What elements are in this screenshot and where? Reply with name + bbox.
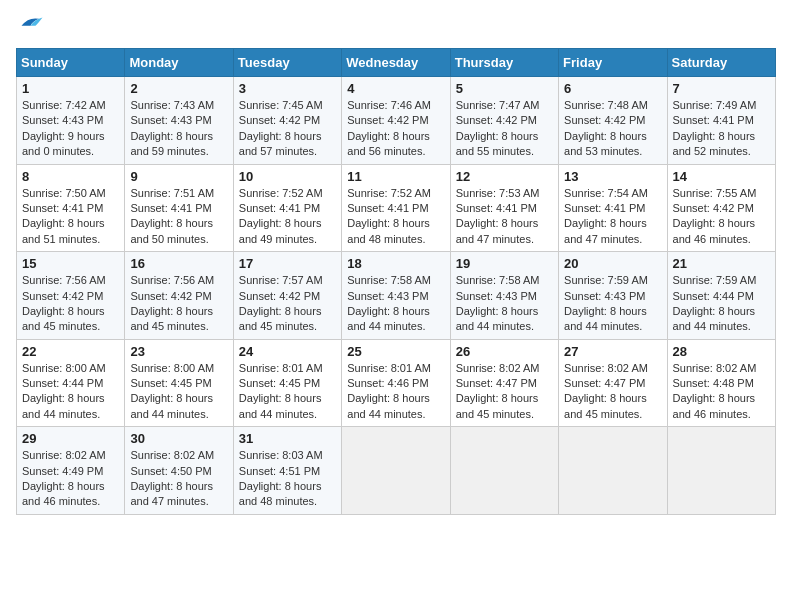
day-number: 20 xyxy=(564,256,661,271)
calendar-cell: 5Sunrise: 7:47 AMSunset: 4:42 PMDaylight… xyxy=(450,77,558,165)
day-number: 14 xyxy=(673,169,770,184)
calendar-cell: 20Sunrise: 7:59 AMSunset: 4:43 PMDayligh… xyxy=(559,252,667,340)
day-number: 25 xyxy=(347,344,444,359)
cell-info: Sunrise: 7:46 AMSunset: 4:42 PMDaylight:… xyxy=(347,98,444,160)
calendar-cell: 12Sunrise: 7:53 AMSunset: 4:41 PMDayligh… xyxy=(450,164,558,252)
day-number: 1 xyxy=(22,81,119,96)
calendar-cell xyxy=(559,427,667,515)
day-number: 9 xyxy=(130,169,227,184)
weekday-header: Sunday xyxy=(17,49,125,77)
day-number: 18 xyxy=(347,256,444,271)
calendar-cell: 1Sunrise: 7:42 AMSunset: 4:43 PMDaylight… xyxy=(17,77,125,165)
calendar-cell: 21Sunrise: 7:59 AMSunset: 4:44 PMDayligh… xyxy=(667,252,775,340)
calendar-cell: 26Sunrise: 8:02 AMSunset: 4:47 PMDayligh… xyxy=(450,339,558,427)
calendar-cell: 3Sunrise: 7:45 AMSunset: 4:42 PMDaylight… xyxy=(233,77,341,165)
calendar-cell: 18Sunrise: 7:58 AMSunset: 4:43 PMDayligh… xyxy=(342,252,450,340)
calendar-week-row: 22Sunrise: 8:00 AMSunset: 4:44 PMDayligh… xyxy=(17,339,776,427)
weekday-header: Thursday xyxy=(450,49,558,77)
cell-info: Sunrise: 7:50 AMSunset: 4:41 PMDaylight:… xyxy=(22,186,119,248)
cell-info: Sunrise: 7:53 AMSunset: 4:41 PMDaylight:… xyxy=(456,186,553,248)
cell-info: Sunrise: 8:01 AMSunset: 4:45 PMDaylight:… xyxy=(239,361,336,423)
calendar-header-row: SundayMondayTuesdayWednesdayThursdayFrid… xyxy=(17,49,776,77)
cell-info: Sunrise: 7:59 AMSunset: 4:43 PMDaylight:… xyxy=(564,273,661,335)
calendar-cell xyxy=(342,427,450,515)
calendar-cell: 30Sunrise: 8:02 AMSunset: 4:50 PMDayligh… xyxy=(125,427,233,515)
cell-info: Sunrise: 7:42 AMSunset: 4:43 PMDaylight:… xyxy=(22,98,119,160)
cell-info: Sunrise: 7:55 AMSunset: 4:42 PMDaylight:… xyxy=(673,186,770,248)
cell-info: Sunrise: 7:48 AMSunset: 4:42 PMDaylight:… xyxy=(564,98,661,160)
calendar-cell: 8Sunrise: 7:50 AMSunset: 4:41 PMDaylight… xyxy=(17,164,125,252)
cell-info: Sunrise: 7:52 AMSunset: 4:41 PMDaylight:… xyxy=(239,186,336,248)
day-number: 3 xyxy=(239,81,336,96)
cell-info: Sunrise: 8:02 AMSunset: 4:50 PMDaylight:… xyxy=(130,448,227,510)
weekday-header: Wednesday xyxy=(342,49,450,77)
cell-info: Sunrise: 7:57 AMSunset: 4:42 PMDaylight:… xyxy=(239,273,336,335)
page-header xyxy=(16,16,776,38)
day-number: 5 xyxy=(456,81,553,96)
calendar-week-row: 15Sunrise: 7:56 AMSunset: 4:42 PMDayligh… xyxy=(17,252,776,340)
day-number: 19 xyxy=(456,256,553,271)
calendar-cell: 10Sunrise: 7:52 AMSunset: 4:41 PMDayligh… xyxy=(233,164,341,252)
day-number: 4 xyxy=(347,81,444,96)
calendar-cell: 2Sunrise: 7:43 AMSunset: 4:43 PMDaylight… xyxy=(125,77,233,165)
day-number: 29 xyxy=(22,431,119,446)
cell-info: Sunrise: 8:03 AMSunset: 4:51 PMDaylight:… xyxy=(239,448,336,510)
calendar-cell: 31Sunrise: 8:03 AMSunset: 4:51 PMDayligh… xyxy=(233,427,341,515)
cell-info: Sunrise: 7:54 AMSunset: 4:41 PMDaylight:… xyxy=(564,186,661,248)
day-number: 2 xyxy=(130,81,227,96)
calendar-cell: 24Sunrise: 8:01 AMSunset: 4:45 PMDayligh… xyxy=(233,339,341,427)
day-number: 7 xyxy=(673,81,770,96)
calendar-cell: 17Sunrise: 7:57 AMSunset: 4:42 PMDayligh… xyxy=(233,252,341,340)
day-number: 23 xyxy=(130,344,227,359)
calendar-week-row: 29Sunrise: 8:02 AMSunset: 4:49 PMDayligh… xyxy=(17,427,776,515)
cell-info: Sunrise: 8:00 AMSunset: 4:45 PMDaylight:… xyxy=(130,361,227,423)
cell-info: Sunrise: 8:01 AMSunset: 4:46 PMDaylight:… xyxy=(347,361,444,423)
calendar-week-row: 8Sunrise: 7:50 AMSunset: 4:41 PMDaylight… xyxy=(17,164,776,252)
day-number: 21 xyxy=(673,256,770,271)
cell-info: Sunrise: 7:47 AMSunset: 4:42 PMDaylight:… xyxy=(456,98,553,160)
logo xyxy=(16,16,46,38)
cell-info: Sunrise: 7:52 AMSunset: 4:41 PMDaylight:… xyxy=(347,186,444,248)
calendar-cell: 19Sunrise: 7:58 AMSunset: 4:43 PMDayligh… xyxy=(450,252,558,340)
cell-info: Sunrise: 8:02 AMSunset: 4:48 PMDaylight:… xyxy=(673,361,770,423)
calendar-cell: 29Sunrise: 8:02 AMSunset: 4:49 PMDayligh… xyxy=(17,427,125,515)
calendar-table: SundayMondayTuesdayWednesdayThursdayFrid… xyxy=(16,48,776,515)
calendar-cell: 28Sunrise: 8:02 AMSunset: 4:48 PMDayligh… xyxy=(667,339,775,427)
cell-info: Sunrise: 7:58 AMSunset: 4:43 PMDaylight:… xyxy=(347,273,444,335)
day-number: 15 xyxy=(22,256,119,271)
day-number: 16 xyxy=(130,256,227,271)
calendar-cell: 25Sunrise: 8:01 AMSunset: 4:46 PMDayligh… xyxy=(342,339,450,427)
calendar-cell: 11Sunrise: 7:52 AMSunset: 4:41 PMDayligh… xyxy=(342,164,450,252)
day-number: 10 xyxy=(239,169,336,184)
cell-info: Sunrise: 7:45 AMSunset: 4:42 PMDaylight:… xyxy=(239,98,336,160)
day-number: 22 xyxy=(22,344,119,359)
calendar-cell: 4Sunrise: 7:46 AMSunset: 4:42 PMDaylight… xyxy=(342,77,450,165)
calendar-cell: 16Sunrise: 7:56 AMSunset: 4:42 PMDayligh… xyxy=(125,252,233,340)
calendar-cell: 6Sunrise: 7:48 AMSunset: 4:42 PMDaylight… xyxy=(559,77,667,165)
day-number: 31 xyxy=(239,431,336,446)
calendar-cell: 7Sunrise: 7:49 AMSunset: 4:41 PMDaylight… xyxy=(667,77,775,165)
day-number: 27 xyxy=(564,344,661,359)
cell-info: Sunrise: 7:51 AMSunset: 4:41 PMDaylight:… xyxy=(130,186,227,248)
calendar-cell xyxy=(667,427,775,515)
cell-info: Sunrise: 7:43 AMSunset: 4:43 PMDaylight:… xyxy=(130,98,227,160)
calendar-cell: 9Sunrise: 7:51 AMSunset: 4:41 PMDaylight… xyxy=(125,164,233,252)
weekday-header: Saturday xyxy=(667,49,775,77)
cell-info: Sunrise: 7:59 AMSunset: 4:44 PMDaylight:… xyxy=(673,273,770,335)
calendar-cell: 14Sunrise: 7:55 AMSunset: 4:42 PMDayligh… xyxy=(667,164,775,252)
day-number: 13 xyxy=(564,169,661,184)
calendar-cell: 13Sunrise: 7:54 AMSunset: 4:41 PMDayligh… xyxy=(559,164,667,252)
weekday-header: Friday xyxy=(559,49,667,77)
cell-info: Sunrise: 8:02 AMSunset: 4:49 PMDaylight:… xyxy=(22,448,119,510)
cell-info: Sunrise: 7:58 AMSunset: 4:43 PMDaylight:… xyxy=(456,273,553,335)
cell-info: Sunrise: 8:02 AMSunset: 4:47 PMDaylight:… xyxy=(564,361,661,423)
calendar-cell xyxy=(450,427,558,515)
calendar-cell: 27Sunrise: 8:02 AMSunset: 4:47 PMDayligh… xyxy=(559,339,667,427)
calendar-cell: 15Sunrise: 7:56 AMSunset: 4:42 PMDayligh… xyxy=(17,252,125,340)
calendar-week-row: 1Sunrise: 7:42 AMSunset: 4:43 PMDaylight… xyxy=(17,77,776,165)
cell-info: Sunrise: 8:02 AMSunset: 4:47 PMDaylight:… xyxy=(456,361,553,423)
cell-info: Sunrise: 8:00 AMSunset: 4:44 PMDaylight:… xyxy=(22,361,119,423)
day-number: 26 xyxy=(456,344,553,359)
day-number: 24 xyxy=(239,344,336,359)
weekday-header: Monday xyxy=(125,49,233,77)
